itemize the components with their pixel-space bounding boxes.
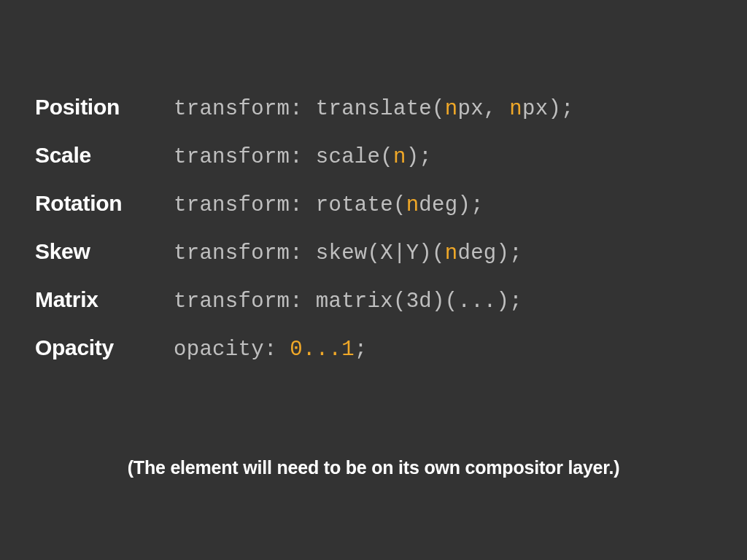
code-variable: n — [406, 193, 419, 217]
property-code: opacity: 0...1; — [174, 338, 368, 362]
code-text: opacity: — [174, 338, 290, 362]
property-row: Rotationtransform: rotate(ndeg); — [35, 191, 712, 217]
property-row: Scaletransform: scale(n); — [35, 143, 712, 169]
property-label: Position — [35, 95, 174, 120]
property-list: Positiontransform: translate(npx, npx);S… — [35, 95, 712, 362]
code-text: ); — [406, 145, 432, 169]
code-variable: n — [509, 97, 522, 121]
property-code: transform: translate(npx, npx); — [174, 97, 574, 121]
code-variable: n — [445, 97, 458, 121]
code-variable: n — [445, 241, 458, 265]
code-variable: 0...1 — [290, 338, 355, 362]
slide: Positiontransform: translate(npx, npx);S… — [0, 0, 747, 560]
property-code: transform: matrix(3d)(...); — [174, 289, 522, 314]
property-code: transform: rotate(ndeg); — [174, 193, 484, 217]
code-text: ; — [355, 338, 368, 362]
property-row: Opacityopacity: 0...1; — [35, 335, 712, 362]
code-text: transform: matrix(3d)(...); — [174, 289, 522, 314]
code-text: deg); — [457, 241, 522, 265]
code-text: px, — [457, 97, 509, 121]
footnote: (The element will need to be on its own … — [0, 457, 747, 478]
property-label: Opacity — [35, 335, 174, 360]
code-variable: n — [393, 145, 406, 169]
code-text: transform: rotate( — [174, 193, 406, 217]
property-code: transform: skew(X|Y)(ndeg); — [174, 241, 522, 265]
code-text: transform: translate( — [174, 97, 445, 121]
property-row: Positiontransform: translate(npx, npx); — [35, 95, 712, 121]
code-text: deg); — [419, 193, 484, 217]
property-label: Scale — [35, 143, 174, 168]
code-text: transform: skew(X|Y)( — [174, 241, 445, 265]
property-label: Skew — [35, 239, 174, 264]
property-row: Matrixtransform: matrix(3d)(...); — [35, 287, 712, 314]
code-text: px); — [522, 97, 574, 121]
property-code: transform: scale(n); — [174, 145, 432, 169]
property-row: Skewtransform: skew(X|Y)(ndeg); — [35, 239, 712, 265]
code-text: transform: scale( — [174, 145, 393, 169]
property-label: Rotation — [35, 191, 174, 216]
property-label: Matrix — [35, 287, 174, 312]
